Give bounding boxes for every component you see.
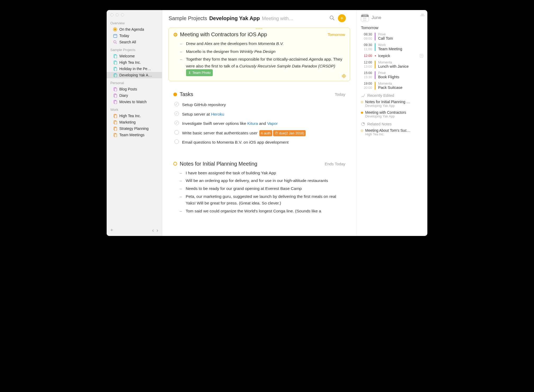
sidebar-item-label: Movies to Watch bbox=[119, 100, 147, 104]
related-item[interactable]: Meeting About Tom's Suc…High Tea Inc. bbox=[361, 128, 424, 136]
sidebar-group-personal: Personal bbox=[107, 78, 162, 86]
sidebar-item-label: Developing Yak A… bbox=[119, 73, 152, 77]
project-icon bbox=[113, 54, 117, 58]
search-button[interactable] bbox=[329, 15, 335, 21]
person-icon bbox=[188, 71, 191, 74]
svg-rect-7 bbox=[114, 61, 117, 65]
note-date[interactable]: Tomorrow bbox=[328, 32, 345, 37]
tag-auth[interactable]: ⎋ auth bbox=[259, 130, 272, 136]
svg-rect-21 bbox=[114, 121, 117, 124]
calendar-month: June bbox=[372, 15, 381, 20]
svg-rect-23 bbox=[114, 127, 117, 131]
svg-rect-0 bbox=[114, 34, 117, 38]
linked-note-icon[interactable] bbox=[419, 54, 424, 58]
breadcrumb-note[interactable]: Meeting with… bbox=[262, 16, 293, 21]
close-window-icon[interactable] bbox=[110, 13, 114, 16]
note-title[interactable]: Notes for Initial Planning Meeting bbox=[180, 161, 322, 167]
task-checkbox[interactable] bbox=[174, 130, 179, 135]
svg-point-28 bbox=[189, 72, 190, 73]
sidebar-item-movies[interactable]: Movies to Watch bbox=[107, 99, 162, 105]
svg-point-39 bbox=[363, 122, 365, 124]
nav-back-button[interactable]: ‹ bbox=[152, 227, 154, 233]
sidebar-item-search-all[interactable]: Search All bbox=[107, 39, 162, 45]
sidebar-item-work-hightea[interactable]: High Tea Inc. bbox=[107, 113, 162, 119]
sidebar-item-blog-posts[interactable]: Blog Posts bbox=[107, 86, 162, 92]
calendar-day-label: Tomorrow bbox=[361, 25, 424, 30]
sidebar-item-high-tea[interactable]: High Tea Inc. bbox=[107, 59, 162, 66]
nav-forward-button[interactable]: › bbox=[156, 227, 158, 233]
svg-rect-35 bbox=[420, 54, 423, 57]
sidebar-footer: + ‹ › bbox=[107, 225, 162, 236]
agenda-dot-icon[interactable] bbox=[174, 33, 177, 37]
sidebar-item-on-the-agenda[interactable]: On the Agenda bbox=[107, 26, 162, 33]
add-note-button[interactable]: + bbox=[338, 14, 346, 22]
breadcrumb-project[interactable]: Developing Yak App bbox=[209, 15, 260, 21]
project-icon bbox=[113, 120, 117, 124]
sidebar-item-marketing[interactable]: Marketing bbox=[107, 119, 162, 125]
sidebar-item-developing-yak[interactable]: Developing Yak A… bbox=[107, 72, 162, 78]
sidebar-item-label: Blog Posts bbox=[119, 87, 137, 91]
event-row[interactable]: 12:00 • Icepick bbox=[361, 54, 424, 58]
note-title[interactable]: Tasks bbox=[180, 91, 332, 97]
sidebar-item-strategy[interactable]: Strategy Planning bbox=[107, 125, 162, 132]
zoom-window-icon[interactable] bbox=[121, 13, 124, 16]
recent-item[interactable]: Meeting with ContractorsDeveloping Yak A… bbox=[361, 110, 424, 118]
note-tasks[interactable]: Tasks Today Setup GitHub repository Setu… bbox=[169, 88, 350, 151]
notes-list[interactable]: ═══ Meeting with Contractors for iOS App… bbox=[162, 25, 356, 236]
sidebar-item-team-meetings[interactable]: Team Meetings bbox=[107, 132, 162, 138]
event-row[interactable]: 08:3009:00 PrivéCall Tom bbox=[361, 33, 424, 40]
agenda-dot-icon[interactable] bbox=[173, 162, 177, 166]
svg-line-3 bbox=[116, 43, 117, 44]
link-kitura[interactable]: Kitura bbox=[247, 121, 258, 126]
note-planning-meeting[interactable]: Notes for Initial Planning Meeting Ends … bbox=[169, 157, 350, 219]
event-row[interactable]: 09:3011:00 WorkTeam Meeting bbox=[361, 43, 424, 51]
right-panel: JUN •••••• June Tomorrow 08:3009:00 Priv… bbox=[356, 10, 427, 236]
project-icon bbox=[113, 73, 117, 77]
event-row[interactable]: 12:0013:00 MomentaLunch with Janice bbox=[361, 61, 424, 69]
sidebar-item-label: Marketing bbox=[119, 120, 135, 124]
note-settings-button[interactable] bbox=[342, 74, 346, 78]
search-icon bbox=[113, 40, 117, 44]
sidebar-item-label: Team Meetings bbox=[119, 133, 144, 137]
agenda-dot-icon[interactable] bbox=[173, 93, 177, 96]
sync-warning-icon[interactable] bbox=[420, 13, 425, 16]
task-checkbox[interactable] bbox=[174, 121, 179, 125]
event-row[interactable]: 19:0020:00 MomentaPack Suitcase bbox=[361, 82, 424, 90]
tag-due[interactable]: ⏱ due(2 Jan 2018) bbox=[273, 130, 306, 136]
event-color-bar bbox=[375, 82, 375, 90]
note-date[interactable]: Ends Today bbox=[325, 162, 345, 166]
sidebar-item-label: Strategy Planning bbox=[119, 126, 149, 131]
sidebar-item-label: Today bbox=[119, 34, 129, 38]
event-row[interactable]: 15:0015:30 PrivéBook Flights bbox=[361, 71, 424, 79]
project-icon bbox=[113, 114, 117, 118]
sidebar-item-holiday[interactable]: Holiday in the Pe… bbox=[107, 66, 162, 72]
task-checkbox[interactable] bbox=[174, 111, 179, 116]
project-icon bbox=[113, 67, 117, 71]
sidebar-item-today[interactable]: Today bbox=[107, 33, 162, 39]
drag-handle-icon[interactable]: ═══ bbox=[256, 27, 263, 30]
note-date[interactable]: Today bbox=[335, 92, 345, 97]
add-project-button[interactable]: + bbox=[110, 227, 113, 233]
project-icon bbox=[113, 93, 117, 98]
link-heroku[interactable]: Heroku bbox=[211, 112, 224, 116]
project-icon bbox=[113, 133, 117, 137]
task-checkbox[interactable] bbox=[174, 102, 179, 106]
task-checkbox[interactable] bbox=[174, 139, 179, 144]
note-title[interactable]: Meeting with Contractors for iOS App bbox=[180, 31, 325, 38]
team-photo-chip[interactable]: Team Photo bbox=[186, 69, 213, 76]
task-row: Write basic server that authenticates us… bbox=[174, 128, 345, 138]
breadcrumb-category[interactable]: Sample Projects bbox=[169, 15, 207, 21]
sidebar-item-label: Diary bbox=[119, 93, 128, 98]
sidebar-item-diary[interactable]: Diary bbox=[107, 92, 162, 99]
event-list: 08:3009:00 PrivéCall Tom 09:3011:00 Work… bbox=[361, 33, 424, 90]
event-color-bar bbox=[375, 33, 375, 40]
minimize-window-icon[interactable] bbox=[116, 13, 119, 16]
task-row: Setup GitHub repository bbox=[174, 100, 345, 110]
note-meeting-contractors[interactable]: ═══ Meeting with Contractors for iOS App… bbox=[169, 28, 350, 81]
sidebar-item-welcome[interactable]: Welcome bbox=[107, 53, 162, 59]
link-vapor[interactable]: Vapor bbox=[267, 121, 278, 126]
recent-item[interactable]: Notes for Initial Planning …Developing Y… bbox=[361, 100, 424, 108]
note-body[interactable]: –Drew and Alex are the developers from M… bbox=[174, 38, 345, 76]
breadcrumb: Sample Projects Developing Yak App Meeti… bbox=[169, 15, 327, 21]
calendar-header[interactable]: JUN •••••• June bbox=[361, 14, 424, 22]
